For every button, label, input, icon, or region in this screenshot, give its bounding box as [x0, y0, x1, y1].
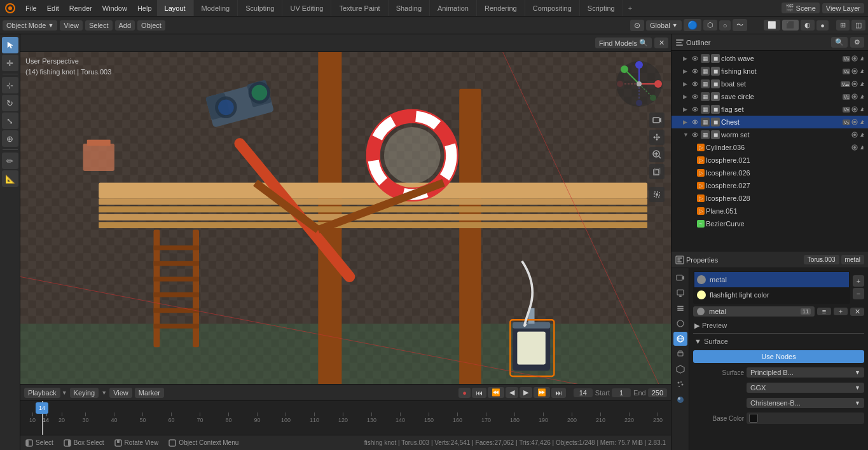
outliner-body[interactable]: ▶ ▦ ◼ cloth wave V₃ ▶ [672, 51, 868, 252]
find-models-btn[interactable]: Find Models 🔍 [595, 38, 652, 48]
outliner-search-btn[interactable]: 🔍 [831, 37, 848, 48]
world-props-btn[interactable] [673, 332, 687, 346]
tab-scripting[interactable]: Scripting [580, 0, 623, 16]
record-btn[interactable]: ● [458, 388, 471, 398]
outliner-item-cloth-wave[interactable]: ▶ ▦ ◼ cloth wave V₃ [672, 52, 868, 65]
move-nav-btn[interactable] [649, 130, 665, 145]
select-tool-btn[interactable] [2, 37, 18, 53]
tab-layout[interactable]: Layout [157, 0, 194, 16]
transform-space[interactable]: Global ▼ [646, 20, 682, 31]
viewport-shading-solid[interactable]: ⬛ [782, 20, 799, 31]
modifier-props-btn[interactable] [673, 362, 687, 376]
xray-btn[interactable]: ◫ [851, 20, 865, 31]
cursor-tool-btn[interactable]: ✛ [2, 55, 18, 71]
zoom-camera-btn[interactable] [649, 112, 665, 128]
projection-nav-btn[interactable] [649, 164, 665, 179]
viewport-shading-material[interactable]: ◐ [801, 20, 815, 31]
viewport-shading-wire[interactable]: ⬜ [764, 20, 780, 31]
add-material-slot-btn[interactable]: + [853, 275, 864, 287]
distribution-dropdown[interactable]: GGX ▼ [747, 383, 864, 393]
move-tool-btn[interactable]: ⊹ [2, 77, 18, 93]
zoom-nav-btn[interactable] [649, 147, 665, 162]
new-material-btn[interactable]: + [834, 308, 848, 315]
find-models-close-btn[interactable]: ✕ [654, 38, 668, 48]
select-menu[interactable]: Select [85, 20, 113, 31]
browse-material-btn[interactable]: ≡ [817, 308, 831, 315]
tab-sculpting[interactable]: Sculpting [238, 0, 282, 16]
material-flashlight[interactable]: flashlight light color [694, 287, 849, 303]
timeline-ruler-body[interactable]: 14 10 14 [20, 401, 671, 435]
outliner-item-fishing-knot[interactable]: ▶ ▦ ◼ fishing knot V₆ [672, 65, 868, 78]
outliner-item-worm-set[interactable]: ▼ ▦ ◼ worm set [672, 128, 868, 141]
viewport-shading-rendered[interactable]: ● [816, 20, 829, 31]
surface-section[interactable]: ▼ Surface [693, 335, 864, 348]
outliner-item-icosphere027[interactable]: ▷ Icosphere.027 [672, 179, 868, 192]
outliner-item-save-circle[interactable]: ▶ ▦ ◼ save circle V₂ [672, 90, 868, 103]
use-nodes-btn[interactable]: Use Nodes [693, 350, 864, 363]
material-metal[interactable]: metal [694, 272, 849, 287]
preview-section[interactable]: ▶ Preview [693, 319, 864, 332]
sheen-type-dropdown[interactable]: Christensen-B... ▼ [747, 398, 864, 408]
menu-edit[interactable]: Edit [42, 3, 64, 13]
tab-modeling[interactable]: Modeling [194, 0, 238, 16]
base-color-picker[interactable] [747, 412, 864, 424]
view-layer-props-btn[interactable] [673, 301, 687, 315]
add-menu[interactable]: Add [115, 20, 135, 31]
scene-props-btn[interactable] [673, 317, 687, 331]
tab-uv-editing[interactable]: UV Editing [282, 0, 331, 16]
menu-window[interactable]: Window [97, 3, 132, 13]
output-props-btn[interactable] [673, 286, 687, 300]
material-dropdown[interactable]: metal 11 [693, 306, 815, 317]
tab-shading[interactable]: Shading [389, 0, 430, 16]
outliner-item-chest[interactable]: ▶ ▦ ◼ Chest V₅ [672, 116, 868, 128]
play-back-btn[interactable]: ◀ [506, 387, 518, 398]
tab-animation[interactable]: Animation [430, 0, 477, 16]
measure-btn[interactable]: 📐 [2, 170, 18, 187]
outliner-item-icosphere026[interactable]: ▷ Icosphere.026 [672, 167, 868, 179]
outliner-filter-btn[interactable]: ⚙ [850, 37, 864, 48]
jump-end-btn[interactable]: ⏭ [551, 388, 566, 398]
timeline-keying-menu[interactable]: Keying [70, 388, 99, 398]
rotate-tool-btn[interactable]: ↻ [2, 95, 18, 111]
jump-start-btn[interactable]: ⏮ [472, 388, 486, 398]
outliner-item-plane051[interactable]: ▷ Plane.051 [672, 205, 868, 217]
surface-type-dropdown[interactable]: Principled B... ▼ [747, 367, 864, 378]
particles-props-btn[interactable] [673, 378, 687, 392]
tab-compositing[interactable]: Compositing [525, 0, 580, 16]
end-frame[interactable]: 250 [648, 388, 667, 397]
step-back-btn[interactable]: ⏪ [488, 387, 504, 398]
outliner-item-flag-set[interactable]: ▶ ▦ ◼ flag set V₂ [672, 103, 868, 116]
outliner-item-boat-set[interactable]: ▶ ▦ ◼ boat set V₄₂ [672, 78, 868, 90]
outliner-item-beziercurve[interactable]: ~ BezierCurve [672, 217, 868, 230]
outliner-item-icosphere028[interactable]: ▷ Icosphere.028 [672, 192, 868, 205]
overlays-btn[interactable]: ⊞ [836, 20, 850, 31]
material-props-btn[interactable] [673, 393, 687, 407]
view-layer-selector[interactable]: View Layer [822, 3, 864, 13]
menu-help[interactable]: Help [132, 3, 157, 13]
frame-selected-btn[interactable] [649, 187, 665, 202]
viewport-gizmo[interactable]: X Y Z [614, 58, 665, 109]
add-workspace-btn[interactable]: + [623, 2, 637, 15]
start-frame[interactable]: 1 [612, 388, 631, 397]
app-icon[interactable] [0, 2, 20, 15]
transform-tool-btn[interactable]: ⊕ [2, 130, 18, 147]
tab-rendering[interactable]: Rendering [477, 0, 525, 16]
step-fwd-btn[interactable]: ⏩ [534, 387, 550, 398]
view-menu[interactable]: View [60, 20, 83, 31]
curve-btn[interactable]: 〜 [733, 19, 747, 31]
remove-material-slot-btn[interactable]: − [853, 288, 864, 299]
play-btn[interactable]: ▶ [520, 387, 532, 398]
scene-selector[interactable]: 🎬 Scene [782, 3, 820, 13]
object-menu[interactable]: Object [137, 20, 165, 31]
timeline-view-menu[interactable]: View [109, 388, 132, 398]
proportional-editing[interactable]: ○ [719, 20, 731, 31]
render-props-btn[interactable] [673, 271, 687, 285]
menu-render[interactable]: Render [64, 3, 97, 13]
timeline-marker-menu[interactable]: Marker [135, 388, 164, 398]
snapping-magnet[interactable]: 🔵 [684, 19, 701, 31]
menu-file[interactable]: File [20, 3, 42, 13]
timeline-playback-menu[interactable]: Playback [24, 388, 60, 398]
mode-dropdown[interactable]: Object Mode ▼ [3, 20, 57, 31]
outliner-item-cylinder036[interactable]: ▷ Cylinder.036 [672, 141, 868, 154]
current-frame-display[interactable]: 14 [574, 388, 593, 397]
